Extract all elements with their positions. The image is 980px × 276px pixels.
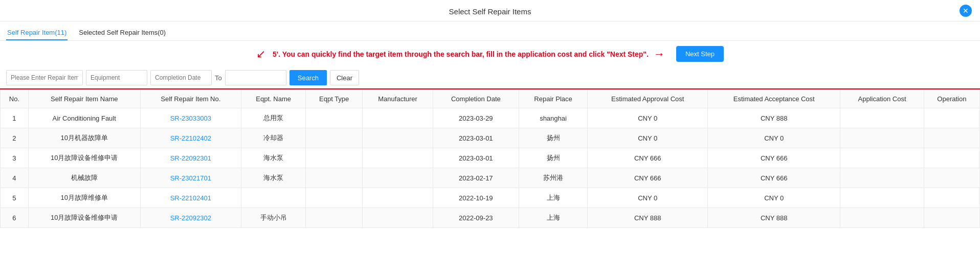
table-header-cell: Self Repair Item Name bbox=[28, 90, 140, 108]
table-cell bbox=[241, 188, 306, 208]
tab-all[interactable]: Self Repair Item(11) bbox=[6, 26, 68, 40]
table-cell: 扬州 bbox=[519, 128, 588, 148]
table-cell: CNY 888 bbox=[708, 208, 840, 228]
table-cell[interactable]: SR-22092301 bbox=[140, 148, 241, 168]
table-cell: 扬州 bbox=[519, 148, 588, 168]
completion-date-end-input[interactable] bbox=[225, 70, 286, 85]
table-cell: 4 bbox=[1, 168, 29, 188]
table-cell: 2023-02-17 bbox=[433, 168, 519, 188]
repair-item-input[interactable] bbox=[6, 70, 83, 85]
table-cell: 海水泵 bbox=[241, 148, 306, 168]
table-cell: 10月故障设备维修申请 bbox=[28, 148, 140, 168]
table-cell: 2022-10-19 bbox=[433, 188, 519, 208]
table-cell: CNY 0 bbox=[708, 128, 840, 148]
table-cell: 总用泵 bbox=[241, 108, 306, 128]
clear-button[interactable]: Clear bbox=[330, 70, 359, 85]
table-header-cell: Eqpt Type bbox=[306, 90, 363, 108]
table-cell bbox=[306, 208, 363, 228]
table-cell bbox=[306, 128, 363, 148]
table-cell: CNY 666 bbox=[588, 168, 708, 188]
table-header-cell: Manufacturer bbox=[363, 90, 433, 108]
table-row: 4机械故障SR-23021701海水泵2023-02-17苏州港CNY 666C… bbox=[1, 168, 980, 188]
table-cell: CNY 666 bbox=[588, 148, 708, 168]
table-cell: 3 bbox=[1, 148, 29, 168]
hint-area: ↙ 5'. You can quickly find the target it… bbox=[0, 41, 980, 67]
table-cell bbox=[306, 188, 363, 208]
table-header-cell: Repair Place bbox=[519, 90, 588, 108]
table-cell bbox=[840, 208, 924, 228]
table-cell[interactable]: SR-23021701 bbox=[140, 168, 241, 188]
table-cell: CNY 888 bbox=[588, 208, 708, 228]
table-cell: 2023-03-01 bbox=[433, 128, 519, 148]
equipment-input[interactable] bbox=[86, 70, 147, 85]
table-cell: CNY 666 bbox=[708, 168, 840, 188]
table-cell bbox=[840, 148, 924, 168]
close-button[interactable]: ✕ bbox=[960, 5, 972, 17]
table-cell: CNY 0 bbox=[708, 188, 840, 208]
to-label: To bbox=[215, 74, 222, 82]
table-cell: 2022-09-23 bbox=[433, 208, 519, 228]
table-row: 310月故障设备维修申请SR-22092301海水泵2023-03-01扬州CN… bbox=[1, 148, 980, 168]
table-cell: 1 bbox=[1, 108, 29, 128]
table-row: 1Air Conditioning FaultSR-23033003总用泵202… bbox=[1, 108, 980, 128]
table-cell bbox=[363, 208, 433, 228]
table-cell bbox=[924, 168, 979, 188]
table-cell bbox=[840, 128, 924, 148]
table-cell[interactable]: SR-22102401 bbox=[140, 188, 241, 208]
table-cell[interactable]: SR-23033003 bbox=[140, 108, 241, 128]
table-cell: 上海 bbox=[519, 188, 588, 208]
table-cell: 机械故障 bbox=[28, 168, 140, 188]
table-header-cell: Self Repair Item No. bbox=[140, 90, 241, 108]
table-cell bbox=[924, 108, 979, 128]
table-cell: 2023-03-01 bbox=[433, 148, 519, 168]
table-cell bbox=[924, 208, 979, 228]
next-step-button[interactable]: Next Step bbox=[676, 46, 724, 62]
table-cell bbox=[363, 148, 433, 168]
tab-selected[interactable]: Selected Self Repair Items(0) bbox=[78, 26, 167, 40]
table-cell: 10月机器故障单 bbox=[28, 128, 140, 148]
table-cell: shanghai bbox=[519, 108, 588, 128]
table-cell bbox=[363, 168, 433, 188]
modal-header: Select Self Repair Items ✕ bbox=[0, 0, 980, 21]
table-cell: 冷却器 bbox=[241, 128, 306, 148]
table-cell: 苏州港 bbox=[519, 168, 588, 188]
table-cell: CNY 888 bbox=[708, 108, 840, 128]
table-cell bbox=[924, 128, 979, 148]
table-cell[interactable]: SR-22092302 bbox=[140, 208, 241, 228]
search-bar: To Search Clear bbox=[0, 67, 980, 89]
table-cell: Air Conditioning Fault bbox=[28, 108, 140, 128]
table-cell: 2 bbox=[1, 128, 29, 148]
hint-text: 5'. You can quickly find the target item… bbox=[273, 50, 649, 58]
table-cell bbox=[363, 108, 433, 128]
table-cell bbox=[306, 168, 363, 188]
table-cell bbox=[840, 188, 924, 208]
table-cell bbox=[924, 148, 979, 168]
table-row: 510月故障维修单SR-221024012022-10-19上海CNY 0CNY… bbox=[1, 188, 980, 208]
table-cell bbox=[840, 108, 924, 128]
table-cell[interactable]: SR-22102402 bbox=[140, 128, 241, 148]
table-row: 610月故障设备维修申请SR-22092302手动小吊2022-09-23上海C… bbox=[1, 208, 980, 228]
table-cell: CNY 0 bbox=[588, 108, 708, 128]
table-cell: 上海 bbox=[519, 208, 588, 228]
search-button[interactable]: Search bbox=[289, 70, 327, 85]
table-header-cell: Estimated Approval Cost bbox=[588, 90, 708, 108]
completion-date-start-input[interactable] bbox=[150, 70, 212, 85]
modal-title: Select Self Repair Items bbox=[449, 7, 531, 16]
table-cell bbox=[306, 148, 363, 168]
table-cell: 手动小吊 bbox=[241, 208, 306, 228]
table-cell bbox=[363, 128, 433, 148]
repair-items-table: No.Self Repair Item NameSelf Repair Item… bbox=[0, 89, 980, 228]
table-cell bbox=[840, 168, 924, 188]
table-cell bbox=[306, 108, 363, 128]
table-header-cell: Estimated Acceptance Cost bbox=[708, 90, 840, 108]
table-header-cell: Eqpt. Name bbox=[241, 90, 306, 108]
table-row: 210月机器故障单SR-22102402冷却器2023-03-01扬州CNY 0… bbox=[1, 128, 980, 148]
table-wrap: No.Self Repair Item NameSelf Repair Item… bbox=[0, 89, 980, 228]
table-cell: 10月故障维修单 bbox=[28, 188, 140, 208]
table-cell: 2023-03-29 bbox=[433, 108, 519, 128]
table-header-cell: Application Cost bbox=[840, 90, 924, 108]
tabs-area: Self Repair Item(11) Selected Self Repai… bbox=[0, 21, 980, 41]
table-cell bbox=[363, 188, 433, 208]
table-cell: 10月故障设备维修申请 bbox=[28, 208, 140, 228]
table-cell: CNY 666 bbox=[708, 148, 840, 168]
